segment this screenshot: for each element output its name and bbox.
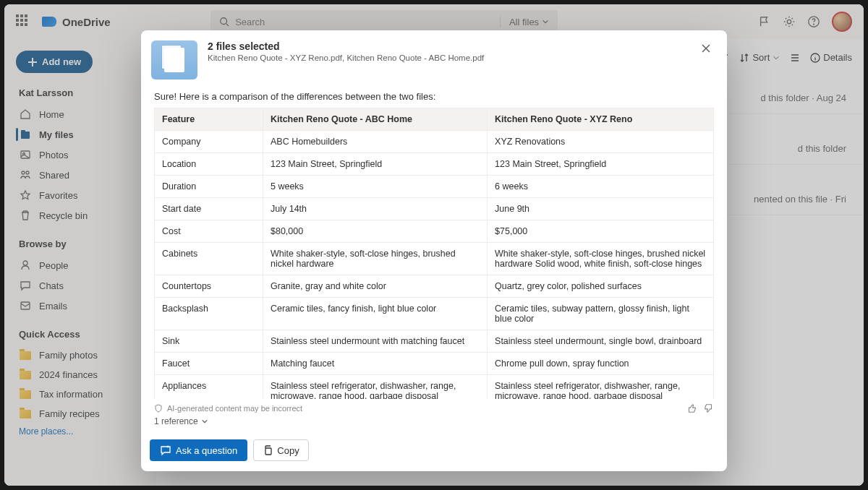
table-cell: 6 weeks [488,176,714,198]
table-cell: Quartz, grey color, polished surfaces [488,275,714,298]
table-cell: ABC Homebuilders [263,131,488,153]
reference-label: 1 reference [154,416,198,426]
svg-rect-14 [265,448,271,455]
table-cell: Faucet [155,353,263,375]
table-cell: Stainless steel undermount with matching… [263,330,488,353]
ask-label: Ask a question [176,445,237,456]
table-cell: Chrome pull down, spray function [488,353,714,375]
intro-text: Sure! Here is a comparison of the differ… [154,87,714,108]
shield-icon [154,404,163,413]
table-cell: Ceramic tiles, subway pattern, glossy fi… [488,298,714,330]
copy-button[interactable]: Copy [253,439,308,461]
table-row: Duration5 weeks6 weeks [155,176,714,198]
modal-body[interactable]: Sure! Here is a comparison of the differ… [141,87,727,399]
close-icon [701,43,711,53]
close-button[interactable] [698,40,714,56]
table-cell: June 9th [488,198,714,220]
table-cell: 5 weeks [263,176,488,198]
table-row: AppliancesStainless steel refrigerator, … [155,375,714,400]
table-cell: Duration [155,176,263,198]
table-cell: Appliances [155,375,263,400]
table-cell: Stainless steel refrigerator, dishwasher… [488,375,714,400]
reference-toggle[interactable]: 1 reference [141,415,727,434]
table-cell: $75,000 [488,220,714,243]
table-cell: White shaker-style, soft-close hinges, b… [488,243,714,275]
table-cell: Company [155,131,263,153]
modal-title: 2 files selected [208,40,688,52]
table-cell: Countertops [155,275,263,298]
table-cell: Cost [155,220,263,243]
table-row: Start dateJuly 14thJune 9th [155,198,714,220]
th-feature: Feature [155,108,263,131]
table-row: BacksplashCeramic tiles, fancy finish, l… [155,298,714,330]
table-row: CabinetsWhite shaker-style, soft-close h… [155,243,714,275]
table-row: CompanyABC HomebuildersXYZ Renovations [155,131,714,153]
copilot-modal: 2 files selected Kitchen Reno Quote - XY… [141,30,727,471]
table-cell: $80,000 [263,220,488,243]
table-cell: Cabinets [155,243,263,275]
table-cell: Matching faucet [263,353,488,375]
table-row: SinkStainless steel undermount with matc… [155,330,714,353]
thumbs-up-button[interactable] [686,403,697,413]
ask-question-button[interactable]: Ask a question [150,439,247,461]
table-cell: July 14th [263,198,488,220]
thumbs-down-icon [704,403,714,413]
table-row: Cost$80,000$75,000 [155,220,714,243]
table-row: Location123 Main Street, Springfield123 … [155,153,714,176]
modal-subtitle: Kitchen Reno Quote - XYZ Reno.pdf, Kitch… [208,53,688,62]
table-cell: 123 Main Street, Springfield [488,153,714,176]
ai-disclaimer: AI-generated content may be incorrect [167,404,302,413]
table-cell: Ceramic tiles, fancy finish, light blue … [263,298,488,330]
table-cell: Start date [155,198,263,220]
sparkle-chat-icon [160,444,171,456]
chevron-down-icon [201,418,208,425]
table-cell: Location [155,153,263,176]
file-badge-icon [151,40,197,79]
th-col1: Kitchen Reno Quote - ABC Home [263,108,488,131]
modal-overlay: 2 files selected Kitchen Reno Quote - XY… [4,4,864,486]
comparison-table: Feature Kitchen Reno Quote - ABC Home Ki… [154,108,714,399]
copy-label: Copy [277,445,299,456]
table-cell: White shaker-style, soft-close hinges, b… [263,243,488,275]
table-cell: Sink [155,330,263,353]
table-cell: XYZ Renovations [488,131,714,153]
table-cell: Stainless steel undermount, single bowl,… [488,330,714,353]
table-row: CountertopsGranite, gray and white color… [155,275,714,298]
table-row: FaucetMatching faucetChrome pull down, s… [155,353,714,375]
thumbs-down-button[interactable] [704,403,714,413]
table-cell: 123 Main Street, Springfield [263,153,488,176]
th-col2: Kitchen Reno Quote - XYZ Reno [488,108,714,131]
table-cell: Granite, gray and white color [263,275,488,298]
table-cell: Backsplash [155,298,263,330]
thumbs-up-icon [686,403,697,413]
table-cell: Stainless steel refrigerator, dishwasher… [263,375,488,400]
copy-icon [263,445,273,455]
